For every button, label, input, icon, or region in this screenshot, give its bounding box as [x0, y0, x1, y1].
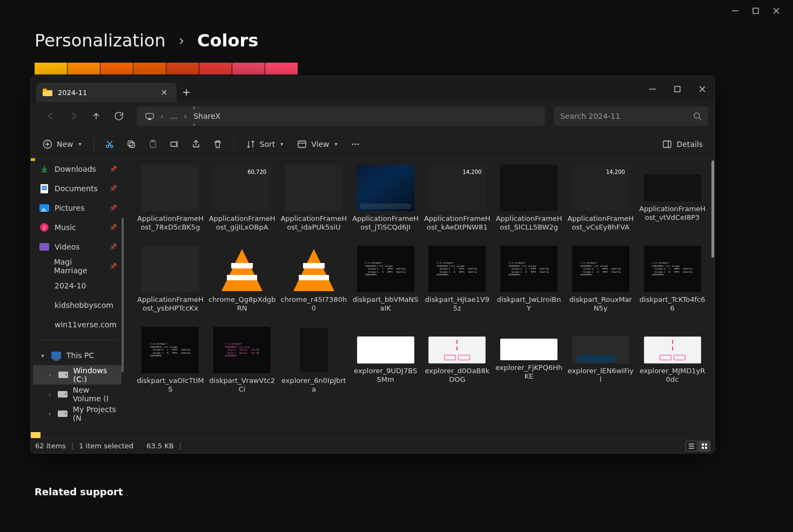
explorer-tab[interactable]: 2024-11 [36, 83, 177, 102]
svg-rect-1 [675, 86, 680, 92]
sidebar-item[interactable]: Magi Marriage📌 [33, 257, 122, 276]
share-button[interactable] [186, 134, 206, 154]
sidebar-drive[interactable]: ›My Projects (N [33, 404, 122, 423]
chevron-right-icon[interactable]: › [47, 372, 53, 378]
chevron-right-icon[interactable]: › [47, 392, 52, 398]
status-view-details-button[interactable] [686, 441, 697, 452]
file-item[interactable]: ApplicationFrameHost_jTiSCQd6JI [351, 164, 420, 244]
color-swatch[interactable] [265, 63, 298, 75]
breadcrumb-root-icon[interactable] [142, 106, 157, 126]
nav-forward-button[interactable] [64, 107, 83, 125]
file-item-label: explorer_MJMD1yR0dc [639, 367, 706, 393]
file-item[interactable]: ApplicationFrameHost_78xD5cBK5g [136, 164, 205, 244]
chevron-right-icon[interactable]: › [190, 120, 198, 126]
file-item[interactable]: ApplicationFrameHost_idaPUk5siU [279, 164, 349, 244]
file-item[interactable]: C:\> diskpart DISKPART> list volume Volu… [566, 245, 636, 325]
sidebar-item[interactable]: kidshobbyscom [33, 295, 122, 315]
color-swatch[interactable] [35, 63, 67, 75]
chevron-right-icon[interactable]: › [190, 106, 198, 112]
file-item[interactable]: explorer_d0OaB8kDOG [422, 326, 492, 406]
color-swatch[interactable] [232, 63, 265, 75]
nav-up-button[interactable] [87, 107, 105, 125]
sort-icon [246, 139, 256, 149]
chevron-down-icon[interactable]: ▾ [39, 353, 46, 359]
thumbnail [500, 165, 557, 211]
file-item[interactable]: explorer_9UDJ7BSSMm [351, 326, 420, 406]
color-swatch[interactable] [199, 63, 232, 75]
sidebar-item[interactable]: win11verse.com [33, 315, 122, 334]
sidebar-item[interactable]: ♪Music📌 [33, 218, 122, 237]
explorer-items-pane[interactable]: ApplicationFrameHost_78xD5cBK5g60,720App… [124, 158, 715, 438]
breadcrumb-overflow[interactable]: … [167, 106, 181, 126]
explorer-close-button[interactable] [690, 80, 715, 98]
file-item-label: diskpart_vaOIcTtIMS [137, 376, 204, 402]
sidebar-this-pc[interactable]: ▾ This PC [33, 346, 122, 365]
explorer-minimize-button[interactable] [640, 80, 665, 98]
status-selection: 1 item selected [79, 442, 133, 450]
settings-close-button[interactable] [772, 7, 780, 15]
sidebar-drive[interactable]: ›New Volume (I [33, 385, 122, 404]
sidebar-drive[interactable]: ›Windows (C:) [33, 365, 122, 385]
color-swatch[interactable] [68, 63, 100, 75]
file-item[interactable]: ApplicationFrameHost_ysbHPTccKx [136, 245, 205, 325]
thumbnail [357, 165, 414, 211]
file-item[interactable]: ApplicationFrameHost_SlCLL5BW2g [494, 164, 564, 244]
file-item[interactable]: explorer_6n0IpJbrta [279, 326, 349, 406]
download-icon [39, 164, 49, 174]
status-view-thumbnails-button[interactable] [698, 441, 710, 452]
file-item[interactable]: explorer_lEN6wIFiyl [566, 326, 636, 406]
file-item[interactable]: 14,200ApplicationFrameHost_kAeDtPNW81 [422, 164, 492, 244]
file-item[interactable]: C:\> diskpart DISKPART> list volume Volu… [136, 326, 205, 406]
color-swatch[interactable] [100, 63, 133, 75]
trash-icon [213, 139, 223, 149]
view-button[interactable]: View ▾ [291, 134, 344, 154]
file-item[interactable]: C:\> diskpart DISKPART> list volume Volu… [494, 245, 564, 325]
file-item-label: ApplicationFrameHost_SlCLL5BW2g [495, 214, 563, 240]
address-bar[interactable]: › … › OneDrive›Documents›ShareX›Screensh… [137, 106, 545, 126]
details-pane-button[interactable]: Details [656, 134, 709, 154]
file-item[interactable]: chrome_r45I7380h0 [279, 245, 349, 325]
breadcrumb-segment[interactable]: ShareX [190, 112, 243, 120]
paste-button[interactable] [143, 134, 163, 154]
settings-minimize-button[interactable] [731, 7, 739, 15]
sidebar-item[interactable]: Pictures📌 [33, 198, 122, 218]
copy-button[interactable] [121, 134, 142, 154]
svg-point-15 [354, 143, 356, 145]
file-item[interactable]: explorer_FjKPQ6HhKE [494, 326, 564, 406]
file-item[interactable]: 60,720ApplicationFrameHost_gijILxOBpA [207, 164, 277, 244]
nav-refresh-button[interactable] [110, 107, 128, 125]
file-item[interactable]: chrome_Qg8pXdgbRN [207, 245, 277, 325]
file-item[interactable]: C:\> diskpart DISKPART> list volume Volu… [422, 245, 492, 325]
delete-button[interactable] [207, 134, 228, 154]
color-swatch[interactable] [166, 63, 199, 75]
file-item[interactable]: C:\> diskpart DISKPART> list volume Volu… [637, 245, 707, 325]
chevron-right-icon[interactable]: › [182, 112, 190, 120]
cut-button[interactable] [99, 134, 120, 154]
settings-maximize-button[interactable] [752, 7, 760, 15]
file-item[interactable]: 14,200ApplicationFrameHost_vCsEy8hFVA [566, 164, 636, 244]
chevron-right-icon[interactable]: › [158, 112, 166, 120]
breadcrumb-parent[interactable]: Personalization [35, 30, 166, 51]
thumbnail: C:\> diskpart DISKPART> list volume Volu… [500, 246, 557, 292]
sidebar-item[interactable]: Videos📌 [33, 237, 122, 257]
nav-back-button[interactable] [42, 107, 60, 125]
file-item[interactable]: C:\> diskpart DISKPART> list disk Disk 0… [207, 326, 277, 406]
new-button[interactable]: New ▾ [36, 134, 88, 154]
chevron-right-icon[interactable]: › [47, 411, 52, 417]
sort-button[interactable]: Sort ▾ [239, 134, 290, 154]
sidebar-item[interactable]: Documents📌 [33, 179, 122, 198]
items-scrollbar[interactable] [711, 160, 714, 258]
tab-close-button[interactable] [160, 89, 168, 96]
file-item[interactable]: explorer_MJMD1yR0dc [637, 326, 707, 406]
explorer-maximize-button[interactable] [665, 80, 690, 98]
file-item[interactable]: ApplicationFrameHost_vtVdCeI8P3 [637, 164, 707, 244]
sidebar-item[interactable]: Downloads📌 [33, 159, 122, 179]
explorer-search[interactable]: Search 2024-11 [554, 106, 708, 126]
new-tab-button[interactable] [177, 83, 196, 102]
sidebar-item-label: Downloads [55, 165, 96, 173]
sidebar-item[interactable]: 2024-10 [33, 276, 122, 295]
rename-button[interactable] [164, 134, 185, 154]
color-swatch[interactable] [133, 63, 166, 75]
more-button[interactable] [345, 134, 366, 154]
file-item[interactable]: C:\> diskpart DISKPART> list volume Volu… [351, 245, 420, 325]
